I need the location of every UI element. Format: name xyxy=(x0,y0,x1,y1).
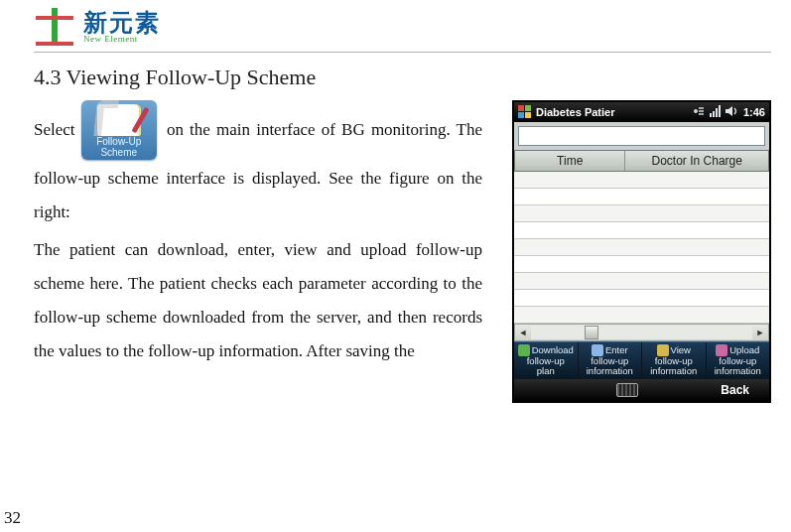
table-body xyxy=(514,172,769,324)
search-bar xyxy=(514,122,769,150)
svg-rect-5 xyxy=(710,113,712,117)
soft-key-back[interactable]: Back xyxy=(721,383,749,397)
table-row[interactable] xyxy=(514,290,769,307)
table-row[interactable] xyxy=(514,307,769,324)
enter-info-button[interactable]: Enter follow-up information xyxy=(579,342,643,379)
signal-icon xyxy=(710,105,722,119)
upload-info-button[interactable]: Upload follow-up information xyxy=(707,342,770,379)
table-row[interactable] xyxy=(514,172,769,189)
icon-caption-1: Follow-Up xyxy=(96,136,141,147)
svg-rect-6 xyxy=(713,111,715,117)
section-heading: 4.3 Viewing Follow-Up Scheme xyxy=(34,65,771,90)
windows-start-icon[interactable] xyxy=(518,105,532,119)
scroll-track[interactable] xyxy=(531,326,752,339)
para1-lead: Select xyxy=(34,120,75,139)
scroll-thumb[interactable] xyxy=(585,326,598,339)
svg-rect-8 xyxy=(719,105,721,117)
brand-logo-icon xyxy=(34,6,75,48)
scroll-right-icon[interactable]: ► xyxy=(752,328,768,337)
col-time[interactable]: Time xyxy=(515,151,625,171)
svg-marker-9 xyxy=(725,106,732,116)
download-plan-button[interactable]: Download follow-up plan xyxy=(514,342,579,379)
paragraph-1: Select Follow-Up Scheme on the main inte… xyxy=(34,100,482,229)
phone-screenshot: Diabetes Patier 1:46 Time Doctor In Char… xyxy=(512,100,771,403)
brand-name-cn: 新元素 xyxy=(83,11,161,35)
horizontal-scrollbar[interactable]: ◄ ► xyxy=(514,324,769,341)
status-bar: Diabetes Patier 1:46 xyxy=(514,102,769,122)
svg-rect-7 xyxy=(716,108,718,117)
followup-scheme-icon: Follow-Up Scheme xyxy=(81,100,157,160)
clock: 1:46 xyxy=(743,106,765,118)
search-input[interactable] xyxy=(518,126,765,146)
svg-rect-2 xyxy=(518,112,524,118)
page-number: 32 xyxy=(4,508,21,528)
table-header: Time Doctor In Charge xyxy=(514,150,769,172)
scroll-left-icon[interactable]: ◄ xyxy=(515,328,531,337)
paragraph-2: The patient can download, enter, view an… xyxy=(34,233,482,368)
brand-name-en: New Element xyxy=(83,35,161,44)
toolbar: Download follow-up plan Enter follow-up … xyxy=(514,341,769,379)
app-title: Diabetes Patier xyxy=(536,106,688,118)
brand-header: 新元素 New Element xyxy=(34,6,771,53)
table-row[interactable] xyxy=(514,189,769,205)
svg-point-4 xyxy=(694,109,698,113)
brand-text: 新元素 New Element xyxy=(83,11,161,44)
table-row[interactable] xyxy=(514,205,769,222)
network-icon xyxy=(692,105,706,119)
body-text-column: Select Follow-Up Scheme on the main inte… xyxy=(34,100,482,403)
svg-rect-3 xyxy=(525,112,531,118)
table-row[interactable] xyxy=(514,256,769,273)
table-row[interactable] xyxy=(514,239,769,256)
soft-key-bar: Back xyxy=(514,379,769,401)
keyboard-icon[interactable] xyxy=(616,383,638,397)
col-doctor[interactable]: Doctor In Charge xyxy=(625,151,768,171)
view-info-button[interactable]: View follow-up information xyxy=(642,342,707,379)
table-row[interactable] xyxy=(514,273,769,290)
icon-caption-2: Scheme xyxy=(100,147,137,158)
volume-icon xyxy=(725,105,739,119)
table-row[interactable] xyxy=(514,222,769,239)
svg-rect-0 xyxy=(518,105,524,111)
svg-rect-1 xyxy=(525,105,531,111)
